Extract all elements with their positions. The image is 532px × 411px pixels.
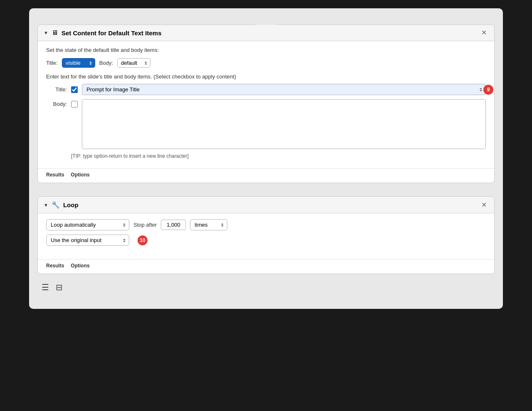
- set-content-close-button[interactable]: ✕: [480, 29, 488, 36]
- collapse-arrow-loop[interactable]: ▼: [44, 203, 48, 208]
- collapse-arrow-set-content[interactable]: ▼: [44, 30, 48, 35]
- workspace: ▼ 🖥 Set Content for Default Text Items ✕…: [29, 8, 503, 309]
- use-input-row: Use the original input Use the last resu…: [46, 235, 486, 246]
- set-content-panel: ▼ 🖥 Set Content for Default Text Items ✕…: [37, 24, 495, 183]
- loop-options-link[interactable]: Options: [71, 263, 89, 269]
- bottom-toolbar: ☰ ⊟: [37, 274, 495, 296]
- badge-10: 10: [138, 235, 148, 245]
- title-checkbox[interactable]: [71, 86, 78, 93]
- loop-title: Loop: [63, 201, 476, 208]
- connector-bump-down: [256, 183, 276, 190]
- body-textarea[interactable]: [82, 99, 486, 149]
- set-content-icon: 🖥: [52, 29, 58, 37]
- title-dropdown-container: Prompt for Image Title Custom Text None …: [82, 84, 486, 95]
- title-field-label: Title:: [46, 86, 67, 93]
- stop-after-label: Stop after: [133, 222, 157, 228]
- set-content-body: Set the state of the default title and b…: [38, 41, 494, 165]
- badge-9: 9: [483, 85, 493, 95]
- body-field-row: Body:: [46, 99, 486, 149]
- body-checkbox[interactable]: [71, 101, 78, 108]
- stop-after-input[interactable]: 1,000: [161, 220, 186, 230]
- loop-results-link[interactable]: Results: [46, 263, 64, 269]
- body-state-select[interactable]: default visible hidden: [117, 58, 150, 68]
- enter-text-desc: Enter text for the slide's title and bod…: [46, 73, 486, 80]
- loop-panel: ▼ 🔧 Loop ✕ Loop automatically Loop manua…: [37, 196, 495, 274]
- use-input-select[interactable]: Use the original input Use the last resu…: [46, 235, 129, 246]
- loop-icon: 🔧: [52, 201, 60, 209]
- loop-footer: Results Options: [38, 259, 494, 274]
- set-content-options-link[interactable]: Options: [71, 172, 89, 178]
- title-field-row: Title: Prompt for Image Title Custom Tex…: [46, 84, 486, 95]
- loop-header: ▼ 🔧 Loop ✕: [38, 197, 494, 213]
- panel-connector: [37, 183, 495, 196]
- loop-auto-row: Loop automatically Loop manually Loop wi…: [46, 219, 486, 230]
- loop-body: Loop automatically Loop manually Loop wi…: [38, 213, 494, 256]
- list-view-icon[interactable]: ☰: [42, 282, 49, 292]
- times-select[interactable]: times seconds minutes: [190, 219, 227, 230]
- tip-text: [TIP: type option-return to insert a new…: [71, 153, 486, 159]
- title-body-state-row: Title: visible hidden default Body: defa…: [46, 58, 486, 68]
- set-content-results-link[interactable]: Results: [46, 172, 64, 178]
- body-state-label: Body:: [99, 60, 113, 66]
- loop-close-button[interactable]: ✕: [480, 202, 488, 208]
- body-field-label: Body:: [46, 99, 67, 107]
- set-content-footer: Results Options: [38, 168, 494, 183]
- set-content-title: Set Content for Default Text Items: [62, 29, 476, 37]
- connector-bump-up: [256, 190, 276, 196]
- top-connector: [37, 17, 495, 25]
- title-state-select[interactable]: visible hidden default: [62, 58, 95, 68]
- title-state-label: Title:: [46, 60, 58, 66]
- grid-view-icon[interactable]: ⊟: [56, 282, 63, 292]
- set-content-header: ▼ 🖥 Set Content for Default Text Items ✕: [38, 25, 494, 41]
- badge-10-container: 10: [133, 235, 148, 245]
- set-content-desc1: Set the state of the default title and b…: [46, 47, 486, 53]
- loop-auto-select[interactable]: Loop automatically Loop manually Loop wi…: [46, 219, 129, 230]
- title-content-select[interactable]: Prompt for Image Title Custom Text None: [82, 84, 486, 95]
